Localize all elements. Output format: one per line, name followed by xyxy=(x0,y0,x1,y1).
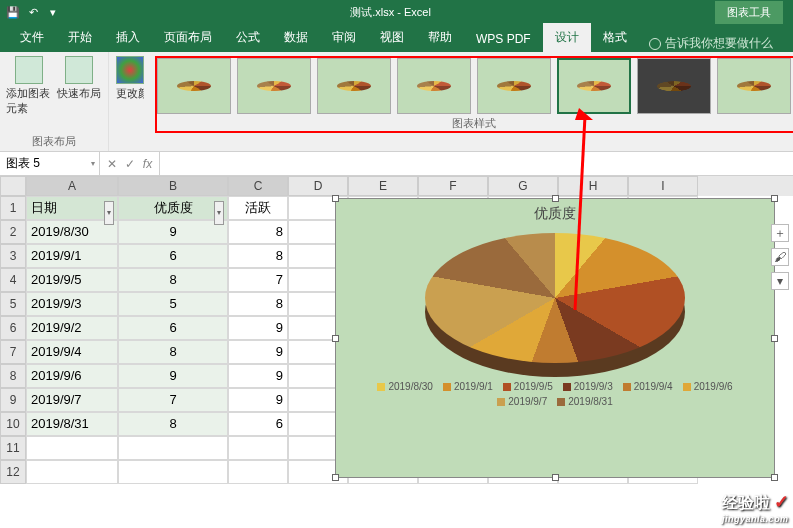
cell[interactable]: 7 xyxy=(228,268,288,292)
undo-icon[interactable]: ↶ xyxy=(26,5,40,19)
chart-legend[interactable]: 2019/8/302019/9/12019/9/52019/9/32019/9/… xyxy=(336,373,774,411)
cell[interactable]: 6 xyxy=(228,412,288,436)
resize-handle-tm[interactable] xyxy=(552,195,559,202)
resize-handle-mr[interactable] xyxy=(771,335,778,342)
cell[interactable]: 9 xyxy=(228,340,288,364)
cell[interactable]: 9 xyxy=(228,364,288,388)
fx-cancel-icon[interactable]: ✕ xyxy=(107,157,117,171)
legend-item[interactable]: 2019/8/30 xyxy=(377,381,433,392)
col-header-C[interactable]: C xyxy=(228,176,288,196)
row-header-1[interactable]: 1 xyxy=(0,196,26,220)
row-header-8[interactable]: 8 xyxy=(0,364,26,388)
cell[interactable]: 8 xyxy=(228,220,288,244)
cell[interactable]: 9 xyxy=(228,316,288,340)
chart-style-7[interactable] xyxy=(637,58,711,114)
cell[interactable]: 2019/9/2 xyxy=(26,316,118,340)
resize-handle-tl[interactable] xyxy=(332,195,339,202)
cell[interactable]: 2019/9/1 xyxy=(26,244,118,268)
cell[interactable] xyxy=(228,460,288,484)
add-chart-element-button[interactable]: 添加图表元素 xyxy=(6,56,52,116)
col-header-B[interactable]: B xyxy=(118,176,228,196)
cell[interactable]: 2019/9/4 xyxy=(26,340,118,364)
col-header-H[interactable]: H xyxy=(558,176,628,196)
cell[interactable] xyxy=(118,460,228,484)
row-header-12[interactable]: 12 xyxy=(0,460,26,484)
legend-item[interactable]: 2019/9/1 xyxy=(443,381,493,392)
col-header-A[interactable]: A xyxy=(26,176,118,196)
cell[interactable]: 2019/9/5 xyxy=(26,268,118,292)
chart-style-6[interactable] xyxy=(557,58,631,114)
resize-handle-br[interactable] xyxy=(771,474,778,481)
tab-file[interactable]: 文件 xyxy=(8,23,56,52)
cell[interactable] xyxy=(26,436,118,460)
legend-item[interactable]: 2019/9/6 xyxy=(683,381,733,392)
cell[interactable]: 8 xyxy=(118,340,228,364)
legend-item[interactable]: 2019/8/31 xyxy=(557,396,613,407)
cell[interactable]: 8 xyxy=(228,244,288,268)
chart-style-1[interactable] xyxy=(157,58,231,114)
cell[interactable]: 2019/8/31 xyxy=(26,412,118,436)
cell[interactable]: 7 xyxy=(118,388,228,412)
row-header-7[interactable]: 7 xyxy=(0,340,26,364)
tab-view[interactable]: 视图 xyxy=(368,23,416,52)
cell[interactable]: 9 xyxy=(118,220,228,244)
cell[interactable]: 8 xyxy=(118,268,228,292)
chart-style-5[interactable] xyxy=(477,58,551,114)
formula-input[interactable] xyxy=(160,152,793,175)
chart-styles-button[interactable]: 🖌 xyxy=(771,248,789,266)
tab-page-layout[interactable]: 页面布局 xyxy=(152,23,224,52)
fx-confirm-icon[interactable]: ✓ xyxy=(125,157,135,171)
legend-item[interactable]: 2019/9/5 xyxy=(503,381,553,392)
cell[interactable] xyxy=(228,436,288,460)
row-header-9[interactable]: 9 xyxy=(0,388,26,412)
resize-handle-ml[interactable] xyxy=(332,335,339,342)
cell[interactable]: 活跃 xyxy=(228,196,288,220)
chart-filter-button[interactable]: ▾ xyxy=(771,272,789,290)
tab-insert[interactable]: 插入 xyxy=(104,23,152,52)
col-header-G[interactable]: G xyxy=(488,176,558,196)
cell[interactable]: 2019/9/3 xyxy=(26,292,118,316)
tab-design[interactable]: 设计 xyxy=(543,23,591,52)
chart-title[interactable]: 优质度 xyxy=(336,199,774,225)
cell[interactable]: 优质度 xyxy=(118,196,228,220)
col-header-E[interactable]: E xyxy=(348,176,418,196)
legend-item[interactable]: 2019/9/4 xyxy=(623,381,673,392)
tab-data[interactable]: 数据 xyxy=(272,23,320,52)
tab-review[interactable]: 审阅 xyxy=(320,23,368,52)
row-header-5[interactable]: 5 xyxy=(0,292,26,316)
fx-icon[interactable]: fx xyxy=(143,157,152,171)
col-header-F[interactable]: F xyxy=(418,176,488,196)
row-header-6[interactable]: 6 xyxy=(0,316,26,340)
cell[interactable]: 2019/9/7 xyxy=(26,388,118,412)
row-header-10[interactable]: 10 xyxy=(0,412,26,436)
change-colors-button[interactable]: 更改颜色 xyxy=(115,56,145,101)
chart-elements-button[interactable]: ＋ xyxy=(771,224,789,242)
resize-handle-bm[interactable] xyxy=(552,474,559,481)
cell[interactable]: 9 xyxy=(118,364,228,388)
chart-style-8[interactable] xyxy=(717,58,791,114)
cell[interactable]: 2019/9/6 xyxy=(26,364,118,388)
cell[interactable]: 6 xyxy=(118,244,228,268)
embedded-chart[interactable]: 优质度 2019/8/302019/9/12019/9/52019/9/3201… xyxy=(335,198,775,478)
tab-wps-pdf[interactable]: WPS PDF xyxy=(464,26,543,52)
tab-format[interactable]: 格式 xyxy=(591,23,639,52)
quick-layout-button[interactable]: 快速布局 xyxy=(56,56,102,116)
tab-help[interactable]: 帮助 xyxy=(416,23,464,52)
select-all-corner[interactable] xyxy=(0,176,26,196)
cell[interactable]: 6 xyxy=(118,316,228,340)
cell[interactable]: 8 xyxy=(118,412,228,436)
tell-me-search[interactable]: 告诉我你想要做什么 xyxy=(649,35,773,52)
resize-handle-tr[interactable] xyxy=(771,195,778,202)
cell[interactable]: 8 xyxy=(228,292,288,316)
cell[interactable] xyxy=(118,436,228,460)
row-header-2[interactable]: 2 xyxy=(0,220,26,244)
cell[interactable]: 日期 xyxy=(26,196,118,220)
col-header-D[interactable]: D xyxy=(288,176,348,196)
row-header-11[interactable]: 11 xyxy=(0,436,26,460)
name-box[interactable]: 图表 5 xyxy=(0,152,100,175)
legend-item[interactable]: 2019/9/7 xyxy=(497,396,547,407)
col-header-I[interactable]: I xyxy=(628,176,698,196)
row-header-4[interactable]: 4 xyxy=(0,268,26,292)
chart-style-3[interactable] xyxy=(317,58,391,114)
save-icon[interactable]: 💾 xyxy=(6,5,20,19)
